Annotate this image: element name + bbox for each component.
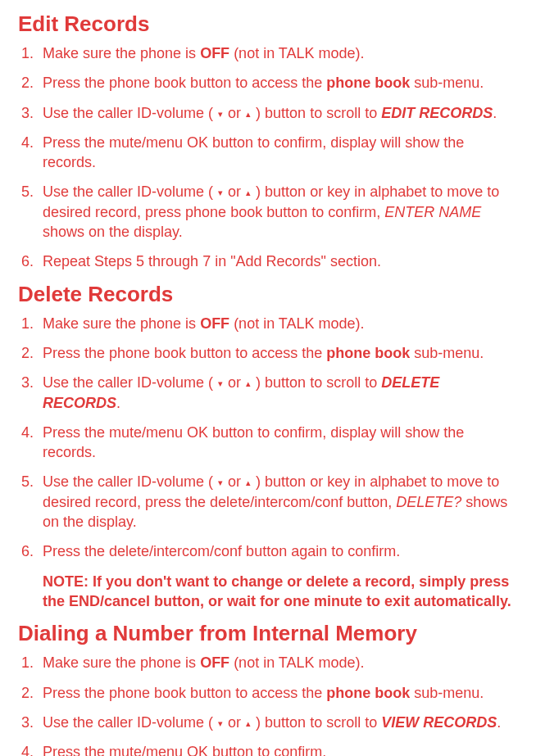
down-arrow-icon: ▾: [217, 187, 224, 199]
section-title: Delete Records: [18, 282, 513, 307]
step-list: Make sure the phone is OFF (not in TALK …: [18, 653, 513, 756]
step-item: Make sure the phone is OFF (not in TALK …: [43, 43, 513, 63]
step-item: Press the phone book button to access th…: [43, 683, 513, 703]
up-arrow-icon: ▴: [245, 718, 252, 730]
step-item: Use the caller ID-volume ( ▾ or ▴ ) butt…: [43, 182, 513, 242]
note-text: NOTE: If you don't want to change or del…: [18, 572, 513, 612]
up-arrow-icon: ▴: [245, 187, 252, 199]
up-arrow-icon: ▴: [245, 378, 252, 390]
down-arrow-icon: ▾: [217, 718, 224, 730]
step-item: Repeat Steps 5 through 7 in "Add Records…: [43, 251, 513, 271]
step-item: Press the delete/intercom/conf button ag…: [43, 541, 513, 561]
step-list: Make sure the phone is OFF (not in TALK …: [18, 314, 513, 562]
step-item: Make sure the phone is OFF (not in TALK …: [43, 314, 513, 333]
step-item: Press the phone book button to access th…: [43, 73, 513, 93]
down-arrow-icon: ▾: [217, 477, 224, 489]
step-item: Press the mute/menu OK button to confirm…: [43, 133, 513, 173]
section-title: Edit Records: [18, 11, 513, 37]
step-item: Use the caller ID-volume ( ▾ or ▴ ) butt…: [43, 713, 513, 732]
step-list: Make sure the phone is OFF (not in TALK …: [18, 43, 513, 272]
step-item: Use the caller ID-volume ( ▾ or ▴ ) butt…: [43, 472, 513, 532]
up-arrow-icon: ▴: [245, 108, 252, 120]
step-item: Use the caller ID-volume ( ▾ or ▴ ) butt…: [43, 373, 513, 413]
step-item: Press the mute/menu OK button to confirm…: [43, 742, 513, 756]
up-arrow-icon: ▴: [245, 477, 252, 489]
step-item: Press the phone book button to access th…: [43, 343, 513, 363]
down-arrow-icon: ▾: [217, 378, 224, 390]
down-arrow-icon: ▾: [217, 108, 224, 120]
manual-page: Edit Records Make sure the phone is OFF …: [0, 0, 536, 756]
section-title: Dialing a Number from Internal Memory: [18, 621, 513, 646]
step-item: Use the caller ID-volume ( ▾ or ▴ ) butt…: [43, 103, 513, 123]
step-item: Press the mute/menu OK button to confirm…: [43, 423, 513, 463]
step-item: Make sure the phone is OFF (not in TALK …: [43, 653, 513, 672]
